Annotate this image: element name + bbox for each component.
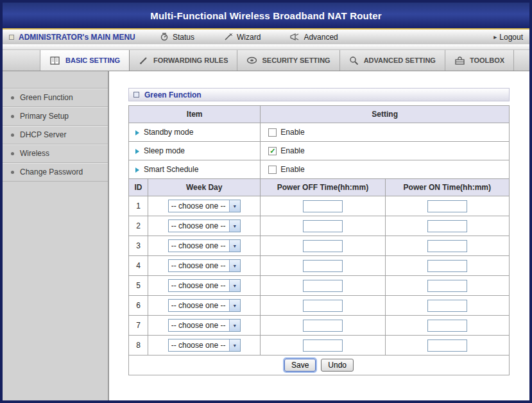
section-title: Green Function	[144, 90, 202, 99]
sidebar: Green Function Primary Setup DHCP Server…	[3, 71, 109, 400]
menu-item-label: Advanced	[304, 33, 338, 42]
power-on-input[interactable]	[427, 200, 467, 212]
schedule-row: 4 -- choose one --▼	[129, 256, 510, 276]
power-on-input[interactable]	[427, 320, 467, 332]
sidebar-item-green-function[interactable]: Green Function	[3, 89, 108, 107]
power-off-input[interactable]	[303, 220, 343, 232]
item-label: Smart Schedule	[144, 165, 198, 174]
enable-label: Enable	[280, 165, 304, 174]
tab-forwarding-rules[interactable]: FORWARDING RULES	[130, 50, 238, 71]
sleep-enable-checkbox[interactable]: ✓	[268, 147, 277, 155]
undo-button[interactable]: Undo	[321, 359, 354, 372]
bullet-icon	[11, 133, 14, 137]
admin-menu-label: ADMINISTRATOR's MAIN MENU	[19, 33, 135, 42]
sidebar-item-wireless[interactable]: Wireless	[3, 144, 108, 163]
sleep-mode-row: Sleep mode ✓Enable	[129, 142, 510, 160]
chevron-down-icon: ▼	[229, 320, 240, 331]
weekday-select[interactable]: -- choose one --▼	[168, 279, 241, 292]
standby-enable-checkbox[interactable]: ✓	[268, 128, 277, 137]
item-arrow-icon	[135, 167, 139, 173]
weekday-select[interactable]: -- choose one --▼	[168, 299, 241, 312]
item-arrow-icon	[135, 149, 139, 154]
weekday-select-value: -- choose one --	[169, 341, 229, 350]
power-on-input[interactable]	[427, 220, 467, 232]
schedule-row-id: 1	[129, 196, 148, 216]
sidebar-item-label: Primary Setup	[20, 112, 69, 121]
save-button[interactable]: Save	[284, 359, 316, 372]
wizard-icon	[224, 33, 233, 41]
logout-link[interactable]: ▸ Logout	[493, 33, 523, 42]
menu-item-advanced[interactable]: Advanced	[290, 33, 338, 42]
weekday-select-value: -- choose one --	[169, 281, 229, 290]
chevron-down-icon: ▼	[229, 220, 240, 232]
section-bullet-icon	[133, 92, 139, 98]
page-title: Multi-Functional Wireless Broadband NAT …	[150, 10, 381, 21]
power-on-input[interactable]	[427, 300, 467, 312]
tab-advanced-setting[interactable]: ADVANCED SETTING	[340, 50, 445, 71]
main-panel: Green Function Item Setting Standby mode…	[109, 71, 529, 400]
bullet-icon	[11, 152, 14, 155]
weekday-select-value: -- choose one --	[169, 221, 229, 230]
tab-basic-setting[interactable]: BASIC SETTING	[40, 50, 130, 71]
logout-label: Logout	[499, 33, 523, 42]
power-on-input[interactable]	[427, 339, 467, 352]
column-header-item: Item	[129, 106, 261, 123]
weekday-select[interactable]: -- choose one --▼	[168, 200, 241, 212]
menu-item-status[interactable]: Status	[160, 33, 194, 42]
weekday-select[interactable]: -- choose one --▼	[168, 339, 241, 352]
schedule-row-id: 4	[129, 256, 148, 276]
schedule-row-id: 5	[129, 276, 148, 296]
smart-schedule-enable-checkbox[interactable]: ✓	[268, 166, 277, 174]
weekday-select[interactable]: -- choose one --▼	[168, 319, 241, 332]
sidebar-item-dhcp-server[interactable]: DHCP Server	[3, 126, 108, 144]
menu-item-wizard[interactable]: Wizard	[224, 33, 261, 42]
sidebar-item-primary-setup[interactable]: Primary Setup	[3, 107, 108, 126]
power-on-input[interactable]	[427, 240, 467, 252]
tab-label: FORWARDING RULES	[153, 56, 228, 64]
tab-label: ADVANCED SETTING	[364, 56, 436, 64]
weekday-select[interactable]: -- choose one --▼	[168, 239, 241, 252]
content-area: Green Function Primary Setup DHCP Server…	[3, 71, 529, 400]
sidebar-list: Green Function Primary Setup DHCP Server…	[3, 88, 108, 182]
admin-menu-icon	[9, 35, 14, 40]
power-off-input[interactable]	[303, 300, 343, 312]
action-button-row: SaveUndo	[129, 356, 510, 375]
column-header-weekday: Week Day	[148, 179, 261, 196]
column-header-id: ID	[129, 179, 148, 196]
item-arrow-icon	[135, 130, 139, 135]
power-off-input[interactable]	[303, 280, 343, 292]
settings-header-row: Item Setting	[129, 106, 510, 123]
schedule-row: 1 -- choose one --▼	[129, 196, 510, 216]
chevron-down-icon: ▼	[229, 200, 240, 212]
column-header-setting: Setting	[261, 106, 510, 123]
smart-schedule-row: Smart Schedule ✓Enable	[129, 160, 510, 179]
tab-security-setting[interactable]: SECURITY SETTING	[237, 50, 339, 71]
tab-toolbox[interactable]: TOOLBOX	[445, 50, 514, 71]
schedule-row-id: 6	[129, 296, 148, 316]
schedule-row-id: 7	[129, 316, 148, 336]
menu-item-label: Status	[173, 33, 194, 42]
sidebar-item-change-password[interactable]: Change Password	[3, 163, 108, 182]
menu-bar: ADMINISTRATOR's MAIN MENU Status Wizard …	[3, 28, 529, 44]
schedule-row: 8 -- choose one --▼	[129, 336, 510, 356]
power-off-input[interactable]	[303, 339, 343, 352]
weekday-select[interactable]: -- choose one --▼	[168, 219, 241, 232]
admin-main-menu: ADMINISTRATOR's MAIN MENU	[9, 33, 160, 42]
toolbox-icon	[454, 56, 465, 65]
megaphone-icon	[290, 33, 300, 41]
check-icon: ✓	[270, 148, 275, 155]
power-off-input[interactable]	[303, 260, 343, 272]
chevron-down-icon: ▼	[229, 280, 240, 291]
power-on-input[interactable]	[427, 260, 467, 272]
schedule-header-row: ID Week Day Power OFF Time(hh:mm) Power …	[129, 179, 510, 196]
power-off-input[interactable]	[303, 320, 343, 332]
schedule-row-id: 2	[129, 216, 148, 236]
sidebar-item-label: Wireless	[20, 149, 49, 158]
power-off-input[interactable]	[303, 200, 343, 212]
power-on-input[interactable]	[427, 280, 467, 292]
bullet-icon	[11, 115, 14, 118]
section-header: Green Function	[128, 88, 510, 101]
weekday-select[interactable]: -- choose one --▼	[168, 259, 241, 272]
green-function-table: Item Setting Standby mode ✓Enable Sleep …	[128, 105, 510, 375]
power-off-input[interactable]	[303, 240, 343, 252]
